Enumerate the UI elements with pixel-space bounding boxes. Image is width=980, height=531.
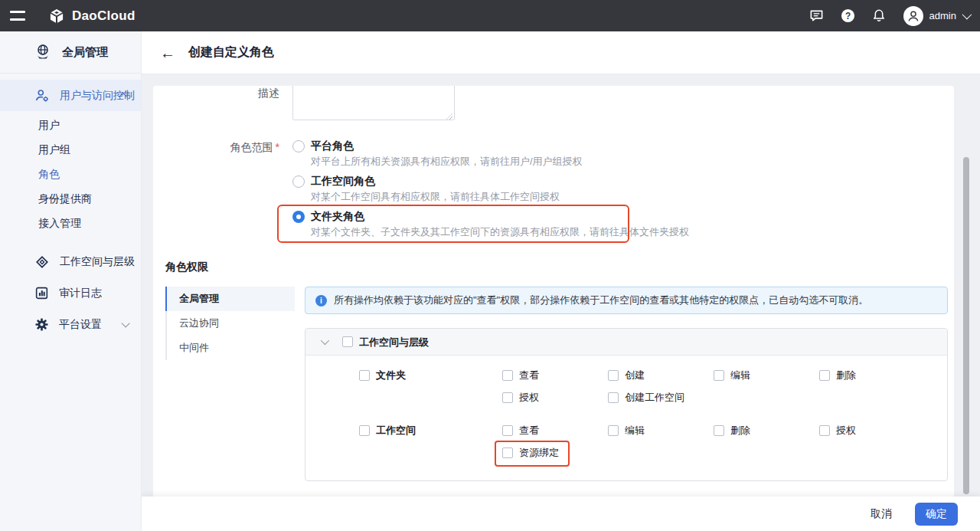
sidebar-item-label: 审计日志 [59, 287, 102, 300]
checkbox-box [502, 392, 513, 403]
radio-workspace-role[interactable] [292, 175, 305, 188]
perm-checkbox-edit[interactable]: 编辑 [608, 424, 645, 437]
svg-text:?: ? [844, 11, 850, 21]
sidebar-sublist: 用户 用户组 角色 身份提供商 接入管理 [0, 111, 141, 240]
tab-cloud-edge[interactable]: 云边协同 [165, 311, 295, 336]
menu-toggle-icon[interactable] [10, 11, 25, 21]
scope-option-folder: 文件夹角色 对某个文件夹、子文件夹及其工作空间下的资源具有相应权限，请前往具体文… [292, 210, 689, 238]
collapse-chevron-icon[interactable] [321, 336, 329, 345]
sidebar-item-audit-logs[interactable]: 审计日志 [0, 277, 141, 309]
perm-checkbox-authorize[interactable]: 授权 [819, 424, 856, 437]
sidebar-item-users[interactable]: 用户 [0, 113, 141, 138]
checkbox-box [819, 370, 830, 381]
checkbox-box [502, 370, 513, 381]
sidebar-item-identity-providers[interactable]: 身份提供商 [0, 187, 141, 211]
vertical-scrollbar-thumb[interactable] [963, 157, 969, 494]
permissions-section-title: 角色权限 [165, 261, 208, 274]
chevron-down-icon [121, 319, 129, 327]
scope-option-workspace: 工作空间角色 对某个工作空间具有相应权限，请前往具体工作空间授权 [292, 175, 560, 203]
checkbox-box [342, 336, 353, 347]
user-menu[interactable]: admin [903, 6, 969, 26]
sidebar-group-users-access[interactable]: 用户与访问控制 [0, 80, 141, 111]
info-alert-text: 所有操作均依赖于该功能对应的"查看"权限，部分操作依赖于工作空间的查看或其他特定… [334, 293, 868, 307]
checkbox-box [359, 425, 370, 436]
required-asterisk: * [276, 141, 279, 153]
help-icon[interactable]: ? [841, 8, 855, 23]
description-label: 描述 [153, 87, 279, 100]
perm-checkbox-view[interactable]: 查看 [502, 369, 539, 382]
panel-title: 工作空间与层级 [359, 336, 429, 349]
checkbox-box [608, 392, 619, 403]
globe-icon [34, 43, 52, 61]
perm-checkbox-resource-binding[interactable]: 资源绑定 [502, 446, 559, 459]
folder-checkbox[interactable]: 文件夹 [359, 369, 406, 382]
sidebar-group-label: 平台设置 [59, 318, 102, 332]
cancel-button[interactable]: 取消 [871, 507, 892, 521]
permissions-pane: i 所有操作均依赖于该功能对应的"查看"权限，部分操作依赖于工作空间的查看或其他… [305, 287, 948, 481]
brand-name: DaoCloud [72, 8, 136, 24]
checkbox-box [359, 370, 370, 381]
brand[interactable]: DaoCloud [48, 8, 136, 25]
sidebar-item-access-management[interactable]: 接入管理 [0, 211, 141, 236]
permission-row-folder: 文件夹 查看 创建 编辑 删除 授权 创建工作空间 [359, 369, 947, 404]
radio-folder-role[interactable] [292, 211, 305, 223]
avatar [903, 6, 923, 26]
footer-bar: 取消 确定 [142, 497, 980, 531]
sidebar-home-label: 全局管理 [62, 45, 108, 60]
perm-checkbox-delete[interactable]: 删除 [819, 369, 856, 382]
top-navbar: DaoCloud ? admin [0, 0, 980, 31]
page-header: ← 创建自定义角色 [142, 31, 980, 74]
checkbox-box [608, 370, 619, 381]
page-title: 创建自定义角色 [188, 44, 274, 61]
checkbox-box [819, 425, 830, 436]
username: admin [929, 10, 956, 21]
checkbox-box [714, 370, 724, 381]
user-gear-icon [34, 88, 50, 103]
perm-checkbox-authorize[interactable]: 授权 [502, 391, 539, 404]
tab-global-management[interactable]: 全局管理 [165, 287, 295, 311]
sidebar-group-platform-settings[interactable]: 平台设置 [0, 309, 141, 340]
perm-checkbox-edit[interactable]: 编辑 [714, 369, 750, 382]
perm-checkbox-view[interactable]: 查看 [502, 424, 539, 437]
permission-panel-body: 文件夹 查看 创建 编辑 删除 授权 创建工作空间 [305, 356, 947, 480]
sidebar: 全局管理 用户与访问控制 用户 用户组 角色 身份提供商 接入管理 工作空间与层… [0, 31, 142, 531]
tab-middleware[interactable]: 中间件 [165, 336, 295, 360]
chat-icon[interactable] [809, 8, 824, 23]
checkbox-box [608, 425, 619, 436]
radio-platform-role[interactable] [292, 140, 305, 152]
daocloud-logo-icon [48, 8, 65, 25]
sidebar-item-label: 工作空间与层级 [60, 255, 135, 269]
perm-checkbox-create-workspace[interactable]: 创建工作空间 [608, 391, 684, 404]
back-arrow-icon[interactable]: ← [160, 45, 175, 61]
workspace-checkbox[interactable]: 工作空间 [359, 424, 416, 437]
sidebar-item-global-management[interactable]: 全局管理 [0, 31, 141, 74]
sidebar-item-workspaces[interactable]: 工作空间与层级 [0, 246, 141, 277]
chevron-down-icon [962, 10, 972, 20]
perm-checkbox-create[interactable]: 创建 [608, 369, 645, 382]
info-alert: i 所有操作均依赖于该功能对应的"查看"权限，部分操作依赖于工作空间的查看或其他… [305, 287, 948, 314]
description-textarea[interactable] [292, 86, 455, 120]
info-icon: i [315, 295, 327, 306]
perm-checkbox-delete[interactable]: 删除 [714, 424, 750, 437]
scope-option-platform: 平台角色 对平台上所有相关资源具有相应权限，请前往用户/用户组授权 [292, 139, 583, 168]
sidebar-item-user-groups[interactable]: 用户组 [0, 138, 141, 162]
workspace-icon [34, 254, 50, 270]
panel-checkbox[interactable]: 工作空间与层级 [342, 336, 429, 349]
checkbox-box [502, 425, 513, 436]
sidebar-item-roles[interactable]: 角色 [0, 162, 141, 187]
content-area: 描述 角色范围* 平台角色 对平台上所有相关资源具有相应权限，请前往用户/用户组… [142, 74, 980, 497]
checkbox-box [714, 425, 724, 436]
permission-row-workspace: 工作空间 查看 编辑 删除 授权 资源绑定 [359, 424, 947, 459]
bell-icon[interactable] [872, 8, 887, 23]
permission-panel-header[interactable]: 工作空间与层级 [305, 329, 947, 356]
form-card: 描述 角色范围* 平台角色 对平台上所有相关资源具有相应权限，请前往用户/用户组… [153, 86, 954, 497]
role-scope-label: 角色范围* [153, 141, 279, 155]
confirm-button[interactable]: 确定 [915, 503, 958, 526]
annotation-highlight-resource-binding: 资源绑定 [495, 441, 570, 467]
audit-log-icon [34, 286, 49, 300]
gear-icon [34, 317, 49, 332]
checkbox-box [502, 447, 513, 458]
permission-panel: 工作空间与层级 文件夹 查看 创建 [305, 328, 948, 481]
permissions-tabs: 全局管理 云边协同 中间件 [165, 287, 295, 360]
